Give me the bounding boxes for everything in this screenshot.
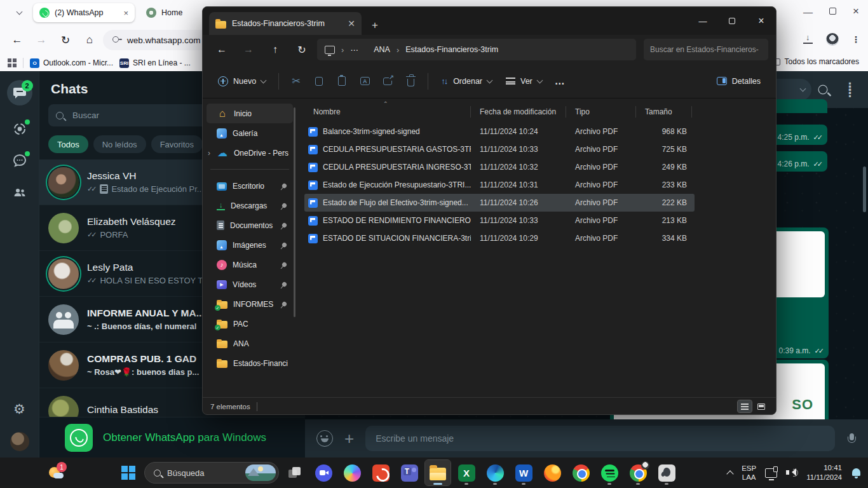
breadcrumb[interactable]: › ⋯ › ANA › Estados-Financieros-3trim (317, 39, 636, 60)
emoji-icon[interactable] (316, 430, 333, 447)
details-pane-button[interactable]: Detalles (710, 70, 767, 93)
nav-item[interactable]: INFORMES (207, 294, 293, 314)
maximize-button[interactable] (717, 7, 747, 35)
nav-item[interactable]: Galería (207, 123, 293, 143)
bookmark-outlook[interactable]: O Outlook.com - Micr... (30, 58, 113, 68)
message-input[interactable]: Escribe un mensaje (365, 426, 835, 451)
column-header-date[interactable]: Fecha de modificación (471, 106, 566, 118)
taskbar-app[interactable] (339, 460, 365, 485)
taskbar-app[interactable] (568, 460, 593, 485)
up-button[interactable]: ↑ (264, 39, 287, 60)
nav-item[interactable]: Escritorio (207, 176, 293, 196)
hidden-icons-chevron[interactable] (726, 470, 733, 477)
share-button[interactable] (377, 70, 398, 93)
paste-button[interactable] (331, 70, 353, 93)
browser-restore-button[interactable] (829, 6, 836, 17)
copy-button[interactable] (308, 70, 330, 93)
all-bookmarks[interactable]: Todos los marcadores (773, 57, 859, 66)
chats-nav-item[interactable]: 2 (7, 80, 32, 105)
tab-close-icon[interactable]: ✕ (348, 18, 355, 29)
file-row[interactable]: CEDULA PRESUPUESTARIA GASTOS-3TRI... 11/… (304, 140, 695, 158)
nav-item[interactable]: PAC (207, 314, 293, 334)
nav-item[interactable]: Documentos (207, 215, 293, 235)
taskbar-app[interactable] (397, 460, 422, 485)
settings-gear-icon[interactable]: ⚙ (13, 402, 25, 417)
network-icon[interactable] (765, 468, 777, 478)
conversation-search-icon[interactable] (818, 85, 828, 95)
file-row[interactable]: Estado de Flujo del Efectivo-3trim-signe… (304, 194, 695, 212)
language-indicator[interactable]: ESPLAA (742, 464, 756, 482)
nav-item[interactable]: ANA (207, 334, 293, 353)
delete-button[interactable] (400, 70, 421, 93)
taskbar-app[interactable] (625, 460, 651, 485)
column-header-type[interactable]: Tipo (566, 106, 636, 118)
taskbar-app[interactable] (654, 460, 679, 485)
home-button[interactable]: ⌂ (79, 30, 100, 50)
taskbar-app[interactable] (311, 460, 336, 485)
close-button[interactable]: × (747, 7, 776, 35)
taskbar-app[interactable] (425, 460, 451, 485)
taskbar-search[interactable]: Búsqueda (144, 462, 279, 484)
file-row[interactable]: Estado de Ejecución Presupuestario-3TRI.… (304, 176, 695, 194)
taskbar-app[interactable] (597, 460, 622, 485)
breadcrumb-ellipsis[interactable]: ⋯ (350, 45, 358, 55)
taskbar-app[interactable] (282, 460, 308, 485)
nav-item[interactable]: › OneDrive - Pers (207, 143, 293, 163)
refresh-button[interactable]: ↻ (290, 39, 313, 60)
explorer-tab[interactable]: Estados-Financieros-3trim ✕ (209, 12, 362, 35)
communities-nav-icon[interactable] (11, 184, 28, 201)
taskbar-app[interactable] (539, 460, 565, 485)
browser-menu-icon[interactable]: ⋮ (851, 34, 860, 44)
new-button[interactable]: Nuevo (212, 70, 272, 93)
minimize-button[interactable]: — (688, 7, 717, 35)
browser-tab-home[interactable]: Home (140, 3, 189, 22)
browser-tab-whatsapp[interactable]: (2) WhatsApp × (33, 3, 135, 22)
column-header-size[interactable]: Tamaño (636, 106, 692, 118)
column-header-name[interactable]: Nombre ⌃ (304, 106, 471, 118)
file-row[interactable]: ESTADO DE SITUACION FINANCIERA-3tri... 1… (304, 229, 695, 247)
filter-pill[interactable]: Favoritos (151, 135, 203, 153)
rename-button[interactable]: A (354, 70, 376, 93)
tab-close-icon[interactable]: × (123, 8, 128, 18)
permissions-icon[interactable] (112, 35, 122, 45)
reload-button[interactable]: ↻ (55, 30, 76, 50)
breadcrumb-parent[interactable]: ANA (374, 45, 390, 54)
file-row[interactable]: ESTADO DE RENDIMIENTO FINANCIERO-... 11/… (304, 212, 695, 229)
get-whatsapp-banner[interactable]: Obtener WhatsApp para Windows (39, 417, 305, 458)
forward-button[interactable]: → (237, 39, 260, 60)
forward-button[interactable]: → (31, 30, 52, 50)
taskbar-app[interactable]: X (454, 460, 479, 485)
taskbar-app[interactable] (368, 460, 393, 485)
nav-item[interactable]: Inicio (207, 104, 293, 123)
browser-minimize-button[interactable]: — (803, 6, 813, 17)
view-button[interactable]: Ver (499, 70, 548, 93)
tab-list-chevron-icon[interactable] (10, 4, 28, 21)
cut-button[interactable]: ✂ (285, 70, 307, 93)
notifications-bell-icon[interactable] (851, 467, 862, 478)
taskbar-app[interactable]: W (511, 460, 536, 485)
attach-plus-icon[interactable]: + (344, 430, 354, 447)
conversation-scrollbar[interactable] (863, 166, 866, 212)
start-button[interactable] (116, 460, 141, 485)
thumbnail-view-toggle[interactable] (754, 400, 768, 412)
file-row[interactable]: CEDULA PRESUPUESTARIA INGRESO-3TRI... 11… (304, 158, 695, 176)
conversation-menu-icon[interactable]: ⋮⋮⋮ (844, 85, 855, 95)
mic-icon[interactable] (846, 433, 857, 444)
apps-grid-icon[interactable] (8, 58, 17, 67)
nav-item[interactable]: Descargas (207, 196, 293, 215)
status-nav-icon[interactable] (11, 121, 28, 137)
clock[interactable]: 10:41 11/11/2024 (806, 463, 842, 482)
explorer-search-input[interactable]: Buscar en Estados-Financieros- (644, 39, 768, 60)
profile-avatar[interactable] (10, 432, 29, 451)
bookmark-sri[interactable]: SRI SRI en Línea - ... (119, 58, 191, 68)
file-row[interactable]: Balance-3trim-signed-signed 11/11/2024 1… (304, 123, 695, 140)
filter-pill[interactable]: Todos (48, 135, 88, 153)
more-options-button[interactable]: … (550, 70, 571, 93)
sort-button[interactable]: ↑↓ Ordenar (435, 70, 498, 93)
volume-icon[interactable] (786, 468, 797, 478)
back-button[interactable]: ← (6, 30, 28, 50)
back-button[interactable]: ← (210, 39, 233, 60)
nav-item[interactable]: Vídeos (207, 274, 293, 294)
new-tab-button[interactable]: + (365, 16, 384, 35)
nav-item[interactable]: Música (207, 255, 293, 274)
